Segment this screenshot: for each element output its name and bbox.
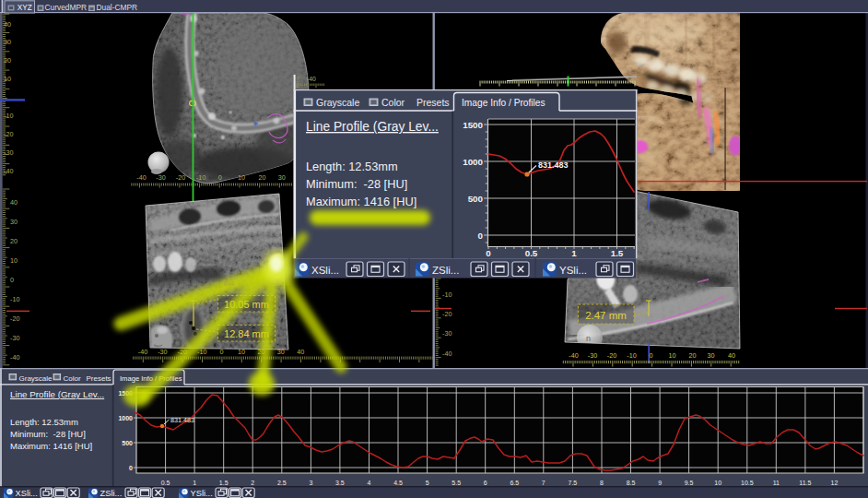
svg-text:-30: -30 — [156, 173, 165, 182]
svg-text:ZSli...: ZSli... — [100, 489, 123, 498]
svg-text:20: 20 — [689, 351, 697, 360]
svg-text:10: 10 — [669, 351, 676, 360]
svg-text:0: 0 — [486, 248, 491, 258]
svg-text:10: 10 — [238, 348, 245, 356]
svg-text:10: 10 — [714, 480, 721, 486]
svg-text:-40: -40 — [10, 353, 19, 362]
svg-text:CurvedMPR: CurvedMPR — [45, 3, 88, 12]
svg-text:30: 30 — [278, 173, 286, 182]
svg-text:0: 0 — [129, 465, 133, 471]
svg-text:Minimum: -28 [HU]: Minimum: -28 [HU] — [306, 177, 407, 191]
svg-text:3.5: 3.5 — [335, 480, 345, 486]
svg-text:831.483: 831.483 — [538, 160, 569, 170]
svg-text:9.5: 9.5 — [685, 480, 694, 486]
svg-text:1000: 1000 — [463, 157, 483, 167]
svg-text:20: 20 — [10, 237, 18, 245]
svg-text:11: 11 — [773, 480, 780, 486]
svg-text:30: 30 — [708, 351, 715, 360]
svg-text:Minimum: -28 [HU]: Minimum: -28 [HU] — [10, 429, 86, 439]
svg-text:2.47 mm: 2.47 mm — [585, 310, 627, 321]
svg-text:XYZ: XYZ — [18, 4, 32, 12]
svg-text:0: 0 — [218, 173, 222, 182]
svg-text:0: 0 — [650, 351, 653, 360]
svg-text:40: 40 — [297, 348, 304, 356]
svg-text:Dual-CMPR: Dual-CMPR — [97, 3, 138, 12]
svg-text:30: 30 — [277, 348, 285, 356]
svg-text:-40: -40 — [307, 76, 316, 82]
svg-text:2.5: 2.5 — [277, 480, 287, 486]
svg-text:5: 5 — [426, 480, 429, 486]
svg-text:Image Info / Profiles: Image Info / Profiles — [462, 98, 545, 108]
svg-text:-40: -40 — [4, 167, 13, 175]
svg-text:-20: -20 — [442, 310, 452, 318]
svg-text:Grayscale: Grayscale — [316, 97, 359, 108]
svg-text:0: 0 — [478, 231, 484, 241]
svg-text:-30: -30 — [158, 348, 167, 356]
svg-text:-30: -30 — [442, 329, 452, 338]
svg-text:500: 500 — [468, 194, 484, 204]
svg-text:7: 7 — [542, 480, 545, 486]
svg-text:10: 10 — [10, 256, 18, 265]
svg-text:5.5: 5.5 — [452, 480, 461, 486]
svg-text:40: 40 — [728, 351, 735, 360]
svg-text:1.5: 1.5 — [611, 248, 624, 258]
svg-text:6: 6 — [484, 480, 487, 486]
svg-text:-40: -40 — [138, 348, 147, 356]
svg-text:4.5: 4.5 — [393, 480, 403, 486]
svg-text:2: 2 — [251, 480, 254, 486]
svg-text:Color: Color — [381, 97, 405, 108]
svg-text:-20: -20 — [176, 173, 185, 182]
svg-text:0: 0 — [10, 276, 14, 284]
svg-text:-30: -30 — [4, 148, 13, 157]
svg-text:-10: -10 — [442, 290, 452, 299]
svg-text:Length: 12.53mm: Length: 12.53mm — [10, 417, 78, 427]
svg-text:-10: -10 — [196, 173, 205, 182]
svg-text:1000: 1000 — [118, 415, 133, 421]
svg-text:Presets: Presets — [87, 374, 111, 383]
svg-text:40: 40 — [10, 198, 18, 207]
svg-text:YSli...: YSli... — [559, 265, 587, 276]
svg-text:-40: -40 — [569, 351, 578, 360]
svg-text:Length: 12.53mm: Length: 12.53mm — [306, 160, 398, 173]
svg-text:8: 8 — [600, 480, 604, 486]
svg-text:12: 12 — [831, 480, 839, 486]
svg-text:-10: -10 — [10, 295, 19, 303]
svg-text:30: 30 — [10, 218, 18, 226]
svg-text:-20: -20 — [10, 314, 19, 323]
svg-text:YSli...: YSli... — [191, 489, 213, 498]
svg-text:Presets: Presets — [416, 97, 450, 108]
svg-text:500: 500 — [122, 440, 133, 446]
svg-text:8.5: 8.5 — [627, 480, 636, 486]
svg-text:-10: -10 — [627, 351, 636, 360]
svg-text:7.5: 7.5 — [569, 480, 578, 486]
svg-text:0.5: 0.5 — [161, 480, 170, 486]
svg-text:30: 30 — [4, 38, 11, 46]
svg-text:11.5: 11.5 — [799, 480, 811, 486]
svg-text:1500: 1500 — [463, 120, 483, 130]
svg-text:844: 844 — [224, 280, 235, 287]
svg-text:9: 9 — [658, 480, 662, 486]
svg-text:20: 20 — [259, 173, 266, 182]
svg-text:831.483: 831.483 — [170, 416, 194, 424]
svg-text:4: 4 — [368, 480, 371, 486]
svg-text:Color: Color — [64, 374, 81, 383]
svg-text:Grayscale: Grayscale — [19, 374, 53, 383]
svg-text:3: 3 — [309, 480, 312, 486]
svg-text:1.5: 1.5 — [219, 480, 229, 486]
svg-text:1: 1 — [193, 480, 196, 486]
svg-text:Line Profile (Gray Lev...: Line Profile (Gray Lev... — [10, 389, 104, 399]
svg-text:10: 10 — [238, 173, 245, 182]
svg-text:-30: -30 — [10, 334, 19, 342]
svg-text:10.5: 10.5 — [741, 480, 754, 486]
svg-text:-20: -20 — [607, 351, 616, 360]
svg-text:0.5: 0.5 — [525, 248, 538, 258]
svg-text:-30: -30 — [588, 351, 597, 360]
svg-text:XSli...: XSli... — [311, 265, 339, 276]
svg-text:ZSli...: ZSli... — [432, 265, 459, 276]
svg-text:20: 20 — [4, 56, 11, 65]
svg-text:XSli...: XSli... — [16, 489, 38, 498]
svg-text:-40: -40 — [136, 173, 146, 182]
svg-text:0: 0 — [220, 348, 224, 356]
svg-text:Maximum: 1416 [HU]: Maximum: 1416 [HU] — [10, 441, 92, 451]
svg-text:40: 40 — [4, 20, 11, 29]
